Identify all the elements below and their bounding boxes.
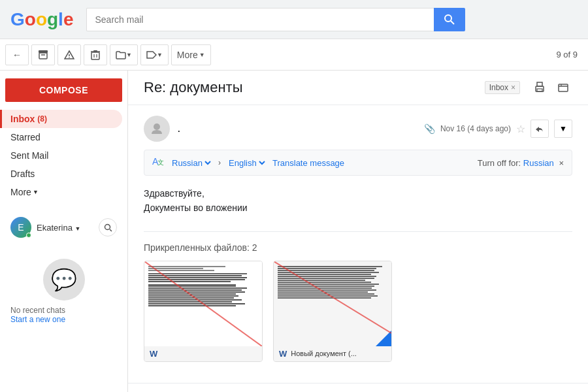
svg-rect-16 — [537, 82, 542, 86]
print-icon — [534, 82, 546, 93]
svg-line-1 — [451, 21, 454, 24]
svg-line-14 — [110, 229, 112, 231]
attachment-preview-1 — [144, 261, 262, 346]
svg-rect-18 — [559, 84, 568, 91]
svg-rect-8 — [91, 52, 99, 59]
tag-close-icon[interactable]: × — [511, 83, 515, 92]
svg-rect-3 — [39, 53, 47, 59]
turn-off-translate[interactable]: Turn off for: Russian × — [478, 158, 564, 168]
message-more-button[interactable]: ▼ — [554, 120, 572, 138]
search-button[interactable] — [434, 8, 465, 31]
source-language-select[interactable]: Russian — [169, 157, 213, 169]
sidebar-item-sent[interactable]: Sent Mail — [0, 146, 122, 165]
attachment-indicator: 📎 — [424, 123, 435, 134]
search-people-button[interactable] — [99, 218, 117, 237]
back-button[interactable]: ← — [5, 44, 29, 65]
doc-preview-1 — [144, 261, 262, 311]
sender-avatar — [144, 116, 170, 142]
attachment-preview-2 — [274, 261, 391, 346]
message-meta: . 📎 Nov 16 (4 days ago) ☆ ▼ — [144, 116, 572, 142]
sidebar-item-starred[interactable]: Starred — [0, 128, 122, 146]
chat-placeholder-avatar: 💬 — [43, 259, 85, 301]
sidebar: COMPOSE Inbox (8) Starred Sent Mail Draf… — [0, 71, 128, 392]
search-people-icon — [104, 223, 112, 232]
starred-label: Starred — [10, 132, 41, 142]
label-button[interactable]: ▼ — [140, 44, 169, 65]
svg-point-0 — [445, 15, 451, 22]
translate-arrow: › — [218, 158, 221, 167]
body-line2: Документы во вложении — [144, 201, 572, 215]
turn-off-close-icon[interactable]: × — [559, 158, 564, 168]
header-actions — [531, 78, 572, 97]
label-chevron: ▼ — [157, 52, 163, 58]
svg-point-7 — [69, 57, 70, 58]
report-button[interactable] — [57, 44, 81, 65]
attachment-footer-1: W — [144, 346, 262, 361]
doc-preview-2 — [274, 261, 391, 303]
start-chat-link[interactable]: Start a new one — [10, 315, 65, 324]
reply-bar: Click here to Reply or Forward — [128, 383, 588, 392]
open-new-window-button[interactable] — [554, 78, 572, 97]
report-icon — [64, 50, 74, 60]
more-nav-chevron: ▼ — [33, 189, 39, 195]
inbox-label: Inbox — [10, 114, 35, 124]
main-layout: COMPOSE Inbox (8) Starred Sent Mail Draf… — [0, 71, 588, 392]
email-subject: Re: документы — [144, 79, 477, 96]
drafts-label: Drafts — [10, 169, 35, 179]
translate-svg-icon: A文 — [152, 155, 164, 167]
move-button[interactable]: ▼ — [110, 44, 138, 65]
expand-icon — [557, 82, 569, 93]
sender-info: . — [178, 124, 424, 134]
toolbar: ← ▼ ▼ More ▼ 9 of 9 — [0, 39, 588, 71]
sidebar-item-more[interactable]: More ▼ — [0, 183, 122, 201]
svg-point-21 — [154, 123, 160, 130]
folder-chevron: ▼ — [126, 52, 132, 58]
delete-button[interactable] — [84, 44, 107, 65]
compose-button[interactable]: COMPOSE — [5, 78, 122, 102]
page-count: 9 of 9 — [556, 50, 578, 59]
attachments-grid: W — [144, 261, 572, 362]
translate-message-link[interactable]: Translate message — [272, 158, 344, 168]
google-logo: Google — [10, 9, 73, 30]
folder-icon — [116, 50, 126, 59]
svg-point-13 — [105, 224, 110, 229]
inbox-tag[interactable]: Inbox × — [485, 81, 520, 94]
word-icon-2: W — [279, 349, 287, 359]
inbox-count: (8) — [37, 114, 47, 123]
top-bar: Google — [0, 0, 588, 39]
sender-name: . — [178, 124, 180, 134]
search-container — [86, 8, 465, 31]
sidebar-item-drafts[interactable]: Drafts — [0, 165, 122, 183]
body-line1: Здравствуйте, — [144, 186, 572, 201]
sent-label: Sent Mail — [10, 150, 48, 161]
user-name: Ekaterina ▼ — [37, 223, 80, 233]
sidebar-item-inbox[interactable]: Inbox (8) — [0, 110, 122, 128]
message-container: . 📎 Nov 16 (4 days ago) ☆ ▼ A文 — [128, 105, 588, 383]
search-input[interactable] — [86, 8, 434, 31]
attachment-item-1[interactable]: W — [144, 261, 263, 362]
translate-bar: A文 Russian › English Translate message T… — [144, 150, 572, 176]
target-language-select[interactable]: English — [226, 157, 267, 169]
more-label: More — [177, 50, 198, 60]
print-button[interactable] — [531, 78, 549, 97]
more-nav-label: More — [10, 187, 31, 197]
word-icon-1: W — [150, 349, 157, 359]
email-header: Re: документы Inbox × — [128, 71, 588, 105]
archive-button[interactable] — [31, 44, 55, 65]
attachments-section: Прикрепленных файлов: 2 — [144, 231, 572, 372]
online-indicator — [26, 233, 31, 238]
attachment-item-2[interactable]: W Новый документ (... — [273, 261, 392, 362]
no-chats-text: No recent chats Start a new one — [0, 306, 127, 324]
message-date: Nov 16 (4 days ago) — [440, 124, 511, 133]
sender-avatar-icon — [149, 121, 165, 137]
attachment-name-2: Новый документ (... — [291, 350, 357, 357]
star-button[interactable]: ☆ — [516, 123, 525, 135]
delete-icon — [91, 50, 100, 60]
message-body: Здравствуйте, Документы во вложении — [144, 181, 572, 221]
user-section: E Ekaterina ▼ — [0, 209, 127, 246]
avatar: E — [10, 217, 31, 238]
svg-text:文: 文 — [157, 159, 164, 166]
more-button[interactable]: More ▼ — [171, 44, 211, 65]
translate-icon: A文 — [152, 155, 164, 170]
quick-reply-button[interactable] — [531, 120, 549, 138]
